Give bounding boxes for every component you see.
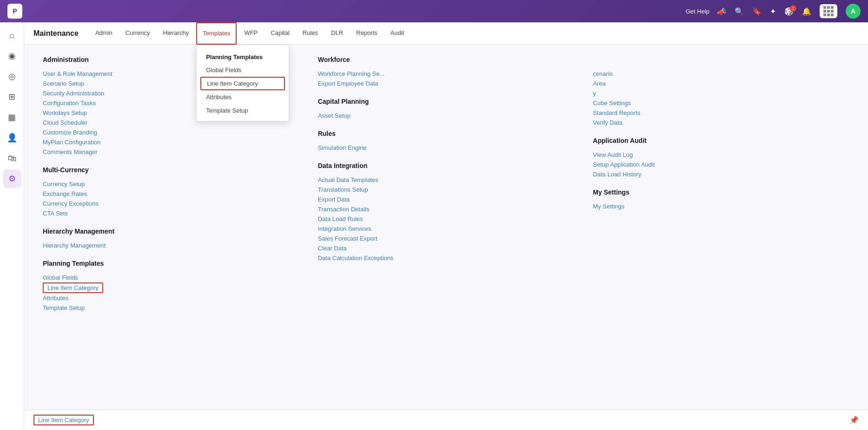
- section-rules: Rules: [318, 130, 575, 137]
- link-template-setup[interactable]: Template Setup: [43, 303, 299, 313]
- link-view-audit-log[interactable]: View Audit Log: [593, 150, 849, 160]
- link-scenario[interactable]: cenario: [593, 69, 849, 79]
- section-ition: ition: [593, 56, 849, 63]
- templates-dropdown: Planning Templates Global Fields Line It…: [196, 45, 289, 121]
- nav-title: Maintenance: [33, 29, 79, 38]
- link-transaction-details[interactable]: Transaction Details: [318, 204, 575, 214]
- section-data-integration: Data Integration: [318, 162, 575, 169]
- link-data-calc-exceptions[interactable]: Data Calculation Exceptions: [318, 253, 575, 263]
- search-icon[interactable]: 🔍: [735, 7, 744, 16]
- section-capital-planning: Capital Planning: [318, 98, 575, 105]
- link-attributes[interactable]: Attributes: [43, 293, 299, 303]
- content-area: Maintenance Admin Currency Hierarchy Tem…: [24, 22, 868, 430]
- sidebar-item-chart[interactable]: ▦: [3, 108, 21, 127]
- link-sales-forecast-export[interactable]: Sales Forecast Export: [318, 234, 575, 243]
- link-workforce-planning[interactable]: Workforce Planning Se...: [318, 69, 575, 79]
- bottom-bar: Line Item Category 📌: [24, 410, 868, 430]
- link-area[interactable]: Area: [593, 79, 849, 88]
- section-hierarchy-mgmt: Hierarchy Management: [43, 228, 299, 235]
- sidebar-item-bag[interactable]: 🛍: [3, 149, 21, 168]
- main-layout: ⌂ ◉ ◎ ⊞ ▦ 👤 🛍 ⚙ Maintenance Admin Curren…: [0, 22, 868, 430]
- link-global-fields[interactable]: Global Fields: [43, 273, 299, 282]
- link-currency-setup[interactable]: Currency Setup: [43, 179, 299, 189]
- nav-templates[interactable]: Templates: [196, 22, 237, 45]
- get-help-button[interactable]: Get Help: [686, 8, 709, 15]
- section-my-settings: My Settings: [593, 188, 849, 196]
- link-integration-services[interactable]: Integration Services: [318, 224, 575, 234]
- sidebar-item-person[interactable]: 👤: [3, 128, 21, 147]
- link-comments-manager[interactable]: Comments Manager: [43, 147, 299, 157]
- dropdown-item-template-setup[interactable]: Template Setup: [197, 104, 289, 117]
- link-export-employee[interactable]: Export Employee Data: [318, 79, 575, 88]
- link-line-item-category[interactable]: Line Item Category: [43, 282, 103, 293]
- page-content: Administration User & Role Management Sc…: [24, 45, 868, 410]
- link-cube-settings[interactable]: Cube Settings: [593, 98, 849, 108]
- section-multi-currency: Multi-Currency: [43, 166, 299, 174]
- nav-wfp[interactable]: WFP: [239, 22, 263, 45]
- top-bar: P Get Help 📣 🔍 🔖 ✦ 🎲 1 🔔 A: [0, 0, 868, 22]
- column-2: Workforce Workforce Planning Se... Expor…: [318, 56, 575, 398]
- link-data-load-history[interactable]: Data Load History: [593, 169, 849, 179]
- sidebar-item-gear[interactable]: ⚙: [3, 169, 21, 188]
- avatar[interactable]: A: [846, 4, 861, 19]
- connect-dots-icon: [823, 6, 834, 16]
- sidebar-icons: ⌂ ◉ ◎ ⊞ ▦ 👤 🛍 ⚙: [0, 22, 24, 430]
- link-setup-app-audit[interactable]: Setup Application Audit: [593, 160, 849, 169]
- sidebar-item-dashboard[interactable]: ◉: [3, 47, 21, 65]
- sidebar-item-target[interactable]: ◎: [3, 67, 21, 86]
- link-asset-setup[interactable]: Asset Setup: [318, 111, 575, 121]
- pin-icon[interactable]: 📌: [849, 416, 859, 424]
- notification-badge: 1: [790, 5, 796, 12]
- nav-dlr[interactable]: DLR: [325, 22, 349, 45]
- dropdown-item-global-fields[interactable]: Global Fields: [197, 63, 289, 77]
- link-myplan-config[interactable]: MyPlan Configuration: [43, 137, 299, 147]
- compass-icon[interactable]: ✦: [770, 7, 776, 16]
- column-3: ition cenario Area y Cube Settings Stand…: [593, 56, 849, 398]
- link-data-load-rules[interactable]: Data Load Rules: [318, 214, 575, 224]
- cube-icon[interactable]: 🎲 1: [784, 7, 794, 16]
- nav-rules[interactable]: Rules: [297, 22, 324, 45]
- link-cta-sets[interactable]: CTA Sets: [43, 208, 299, 218]
- section-planning-templates: Planning Templates: [43, 260, 299, 267]
- link-verify-data[interactable]: Verify Data: [593, 118, 849, 128]
- nav-hierarchy[interactable]: Hierarchy: [158, 22, 195, 45]
- dropdown-section-title: Planning Templates: [197, 49, 289, 63]
- sidebar-item-home[interactable]: ⌂: [3, 26, 21, 45]
- link-hierarchy-management[interactable]: Hierarchy Management: [43, 241, 299, 250]
- connect-button[interactable]: [820, 4, 837, 18]
- nav-currency[interactable]: Currency: [120, 22, 156, 45]
- link-my-settings[interactable]: My Settings: [593, 202, 849, 211]
- breadcrumb-line-item-category[interactable]: Line Item Category: [33, 415, 94, 425]
- link-exchange-rates[interactable]: Exchange Rates: [43, 189, 299, 199]
- nav-capital[interactable]: Capital: [265, 22, 295, 45]
- app-logo[interactable]: P: [7, 4, 22, 19]
- section-app-audit: Application Audit: [593, 137, 849, 144]
- link-export-data[interactable]: Export Data: [318, 195, 575, 204]
- link-actual-data-templates[interactable]: Actual Data Templates: [318, 175, 575, 185]
- bookmark-icon[interactable]: 🔖: [752, 7, 762, 16]
- nav-audit[interactable]: Audit: [385, 22, 410, 45]
- link-y[interactable]: y: [593, 88, 849, 98]
- top-bar-icons: 📣 🔍 🔖 ✦ 🎲 1 🔔 A: [717, 4, 861, 19]
- nav-admin[interactable]: Admin: [90, 22, 118, 45]
- nav-templates-container: Templates Planning Templates Global Fiel…: [196, 22, 237, 45]
- sidebar-item-grid[interactable]: ⊞: [3, 87, 21, 106]
- link-translations-setup[interactable]: Translations Setup: [318, 185, 575, 195]
- section-workforce: Workforce: [318, 56, 575, 63]
- link-customize-branding[interactable]: Customize Branding: [43, 128, 299, 137]
- megaphone-icon[interactable]: 📣: [717, 7, 726, 16]
- dropdown-item-attributes[interactable]: Attributes: [197, 90, 289, 104]
- link-standard-reports[interactable]: Standard Reports: [593, 108, 849, 118]
- link-currency-exceptions[interactable]: Currency Exceptions: [43, 199, 299, 208]
- bell-icon[interactable]: 🔔: [802, 7, 811, 16]
- nav-bar: Maintenance Admin Currency Hierarchy Tem…: [24, 22, 868, 45]
- link-clear-data[interactable]: Clear Data: [318, 243, 575, 253]
- dropdown-item-line-item-category[interactable]: Line Item Category: [200, 77, 285, 90]
- link-simulation-engine[interactable]: Simulation Engine: [318, 143, 575, 153]
- nav-reports[interactable]: Reports: [351, 22, 383, 45]
